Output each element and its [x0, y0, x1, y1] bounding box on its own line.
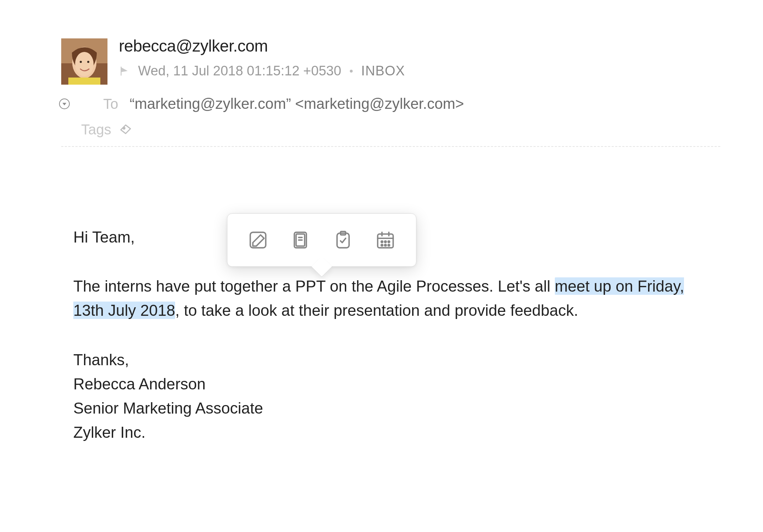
svg-rect-6: [68, 78, 100, 85]
email-body[interactable]: Hi Team, The interns have put together a…: [73, 225, 685, 445]
to-label: To: [103, 96, 118, 112]
svg-marker-7: [62, 103, 66, 105]
signature-name: Rebecca Anderson: [73, 372, 685, 396]
tag-icon[interactable]: [119, 123, 132, 136]
svg-point-5: [87, 61, 89, 63]
para-post: , to take a look at their presentation a…: [175, 302, 578, 319]
email-date: Wed, 11 Jul 2018 01:15:12 +0530: [138, 63, 341, 79]
svg-point-4: [80, 61, 82, 63]
body-paragraph: The interns have put together a PPT on t…: [73, 274, 685, 323]
signature-title: Senior Marketing Associate: [73, 396, 685, 420]
signature-company: Zylker Inc.: [73, 420, 685, 445]
from-address: rebecca@zylker.com: [119, 36, 720, 55]
header-divider: [61, 146, 720, 147]
signature-thanks: Thanks,: [73, 348, 685, 372]
svg-point-8: [123, 127, 125, 129]
separator-dot: [350, 70, 353, 73]
to-address: “marketing@zylker.com” <marketing@zylker…: [130, 95, 464, 112]
tags-label: Tags: [81, 122, 111, 138]
para-pre: The interns have put together a PPT on t…: [73, 277, 555, 295]
flag-icon[interactable]: [119, 66, 130, 76]
greeting-text: Hi Team,: [73, 225, 685, 249]
folder-label[interactable]: INBOX: [361, 63, 405, 79]
expand-details-icon[interactable]: [59, 99, 70, 109]
sender-avatar[interactable]: [61, 38, 107, 85]
svg-point-3: [75, 52, 94, 76]
